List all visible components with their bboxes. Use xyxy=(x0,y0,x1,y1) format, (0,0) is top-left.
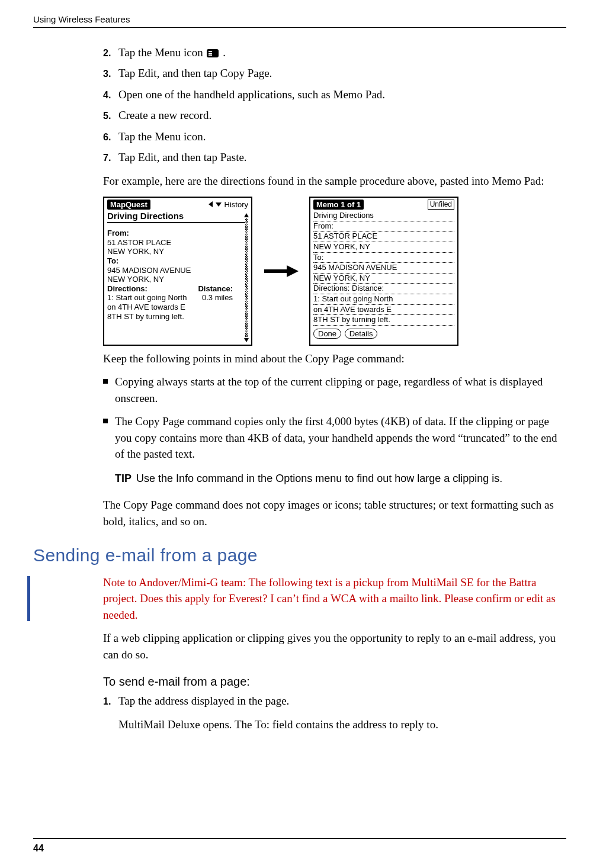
memo-line: 8TH ST by turning left. xyxy=(313,315,454,326)
from-line-2: NEW YORK, NY xyxy=(107,247,241,256)
bullet-list: Copying always starts at the top of the … xyxy=(103,374,566,462)
revision-note: Note to Andover/Mimi-G team: The followi… xyxy=(103,574,566,623)
step-3: 3. Tap Edit, and then tap Copy Page. xyxy=(103,65,566,82)
mapquest-titlebar: MapQuest History xyxy=(107,200,248,210)
to-label: To: xyxy=(107,256,241,266)
step-number: 6. xyxy=(103,130,116,144)
distance-1: 0.3 miles xyxy=(202,293,233,303)
procedure-heading: To send e-mail from a page: xyxy=(103,673,566,690)
memo-title: Memo 1 of 1 xyxy=(313,200,364,210)
revision-note-text: Note to Andover/Mimi-G team: The followi… xyxy=(103,576,556,621)
to-line-1: 945 MADISON AVENUE xyxy=(107,266,241,275)
bullet-text: Copying always starts at the top of the … xyxy=(115,374,566,406)
step-number: 2. xyxy=(103,46,116,60)
step-2: 2. Tap the Menu icon . xyxy=(103,44,566,61)
memo-line: To: xyxy=(313,253,454,263)
step-number: 7. xyxy=(103,151,116,165)
section2-intro: If a web clipping application or clippin… xyxy=(103,630,566,663)
bullet-item: Copying always starts at the top of the … xyxy=(103,374,566,406)
step-4: 4. Open one of the handheld applications… xyxy=(103,86,566,103)
header-rule xyxy=(33,27,566,28)
memo-line: on 4TH AVE towards E xyxy=(313,305,454,316)
steps-list-b: 1. Tap the address displayed in the page… xyxy=(103,693,566,709)
step-text: Open one of the handheld applications, s… xyxy=(118,86,385,103)
step-text-part: Tap the Menu icon xyxy=(118,46,203,59)
to-line-2: NEW YORK, NY xyxy=(107,275,241,284)
step-7: 7. Tap Edit, and then tap Paste. xyxy=(103,149,566,166)
step-number: 4. xyxy=(103,88,116,102)
mapquest-title-right: History xyxy=(209,200,248,210)
section-heading: Sending e-mail from a page xyxy=(33,542,566,568)
menu-icon xyxy=(207,49,219,57)
dropdown-icon[interactable] xyxy=(216,202,222,207)
keep-in-mind-paragraph: Keep the following points in mind about … xyxy=(103,351,566,367)
direction-step-1b: on 4TH AVE towards E xyxy=(107,303,241,312)
step-1: 1. Tap the address displayed in the page… xyxy=(103,693,566,709)
arrow-icon xyxy=(263,265,299,277)
back-icon[interactable] xyxy=(209,201,213,207)
direction-step-1a: 1: Start out going North xyxy=(107,293,187,303)
history-label[interactable]: History xyxy=(224,200,248,210)
bullet-icon xyxy=(103,379,108,384)
step-text: Tap Edit, and then tap Copy Page. xyxy=(118,65,272,82)
memo-line: NEW YORK, NY xyxy=(313,242,454,253)
memo-line: NEW YORK, NY xyxy=(313,274,454,284)
step-text: Tap the Menu icon . xyxy=(118,44,226,61)
memo-category[interactable]: Unfiled xyxy=(428,200,454,209)
running-head: Using Wireless Features xyxy=(33,13,566,26)
nocopy-paragraph: The Copy Page command does not copy imag… xyxy=(103,497,566,529)
memo-titlebar: Memo 1 of 1 Unfiled xyxy=(313,200,454,210)
steps-list: 2. Tap the Menu icon . 3. Tap Edit, and … xyxy=(103,44,566,166)
memo-line: 51 ASTOR PLACE xyxy=(313,232,454,242)
direction-step-1c: 8TH ST by turning left. xyxy=(107,312,241,322)
memo-buttons: Done Details xyxy=(313,329,454,339)
memo-line: 1: Start out going North xyxy=(313,294,454,305)
bullet-icon xyxy=(103,419,108,423)
figure-row: MapQuest History Driving Directions From… xyxy=(103,197,566,346)
tip-label: TIP xyxy=(115,472,131,484)
details-button[interactable]: Details xyxy=(345,329,378,339)
mapquest-heading: Driving Directions xyxy=(107,211,248,223)
done-button[interactable]: Done xyxy=(313,329,341,339)
bullet-text: The Copy Page command copies only the fi… xyxy=(115,413,566,462)
from-line-1: 51 ASTOR PLACE xyxy=(107,238,241,247)
memo-line: Driving Directions xyxy=(313,211,454,221)
step-1-result: MultiMail Deluxe opens. The To: field co… xyxy=(118,716,566,733)
memo-screen: Memo 1 of 1 Unfiled Driving Directions F… xyxy=(309,197,458,346)
footer: 44 xyxy=(33,838,566,855)
scrollbar[interactable] xyxy=(244,213,249,342)
mapquest-screen: MapQuest History Driving Directions From… xyxy=(103,197,252,346)
step-text: Tap Edit, and then tap Paste. xyxy=(118,149,247,166)
example-paragraph: For example, here are the directions fou… xyxy=(103,173,566,189)
bullet-item: The Copy Page command copies only the fi… xyxy=(103,413,566,462)
content-area: 2. Tap the Menu icon . 3. Tap Edit, and … xyxy=(103,44,566,733)
step-number: 5. xyxy=(103,109,116,123)
mapquest-body: From: 51 ASTOR PLACE NEW YORK, NY To: 94… xyxy=(107,225,248,321)
memo-body: Driving Directions From: 51 ASTOR PLACE … xyxy=(313,211,454,326)
step-text: Tap the address displayed in the page. xyxy=(118,693,289,709)
tip-block: TIPUse the Info command in the Options m… xyxy=(115,471,566,486)
step-6: 6. Tap the Menu icon. xyxy=(103,128,566,145)
footer-rule xyxy=(33,838,566,839)
mapquest-title: MapQuest xyxy=(107,200,150,210)
step-text: Create a new record. xyxy=(118,107,211,124)
memo-line: 945 MADISON AVENUE xyxy=(313,263,454,274)
revision-bar xyxy=(27,576,30,622)
step-5: 5. Create a new record. xyxy=(103,107,566,124)
scroll-up-icon[interactable] xyxy=(244,213,249,217)
svg-marker-1 xyxy=(287,265,299,277)
scroll-track[interactable] xyxy=(245,218,248,337)
distance-label: Distance: xyxy=(198,284,233,294)
memo-line: Directions: Distance: xyxy=(313,284,454,294)
step-number: 1. xyxy=(103,695,116,708)
step-text: Tap the Menu icon. xyxy=(118,128,206,145)
from-label: From: xyxy=(107,229,241,238)
scroll-down-icon[interactable] xyxy=(244,338,249,342)
step-text-suffix: . xyxy=(220,46,226,59)
page-number: 44 xyxy=(33,841,566,855)
memo-line: From: xyxy=(313,221,454,232)
step-number: 3. xyxy=(103,67,116,81)
directions-label: Directions: xyxy=(107,284,147,294)
tip-text: Use the Info command in the Options menu… xyxy=(136,472,502,484)
